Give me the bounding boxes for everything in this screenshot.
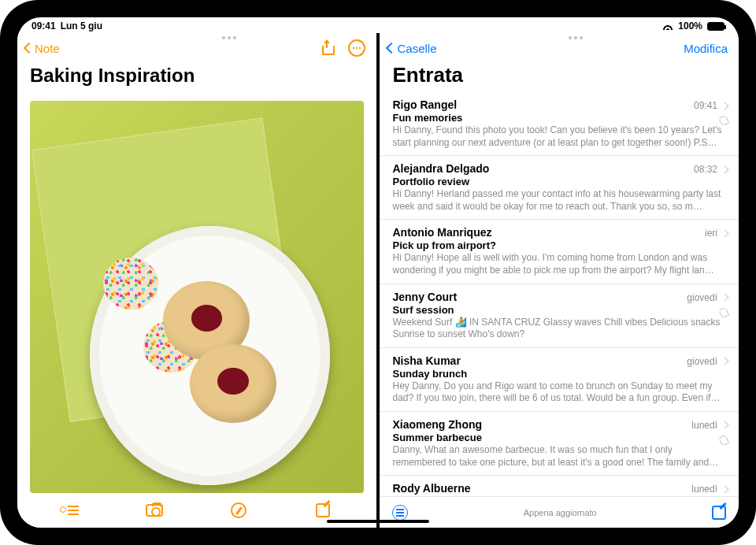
inbox-title: Entrata <box>380 61 739 92</box>
mail-sender: Xiaomeng Zhong <box>392 418 482 431</box>
mail-sender: Rody Albuerne <box>392 482 470 495</box>
mail-sender: Alejandra Delgado <box>392 162 489 175</box>
mail-time: 08:32 <box>694 164 717 175</box>
mail-sender: Jenny Court <box>392 291 457 303</box>
mail-subject: Surf session <box>392 304 728 316</box>
status-bar: 09:41 Lun 5 giu 100% <box>17 17 739 33</box>
mail-item[interactable]: Xiaomeng ZhonglunedìSummer barbecueDanny… <box>380 412 739 476</box>
notes-back-label: Note <box>35 42 60 55</box>
mail-subject: Summer barbecue <box>392 432 728 443</box>
image-cookie-jam <box>190 344 276 423</box>
mail-preview: Hi Danny! Herland passed me your contact… <box>392 188 728 213</box>
mail-app: Caselle Modifica Entrata Rigo Rangel09:4… <box>380 33 739 528</box>
more-button[interactable]: ⋯ <box>348 39 365 57</box>
mail-subject: Pick up from airport? <box>392 239 728 251</box>
mail-sender: Antonio Manriquez <box>392 226 491 239</box>
mailboxes-back-button[interactable]: Caselle <box>387 42 436 55</box>
markup-button[interactable] <box>231 502 246 518</box>
mail-sender: Rigo Rangel <box>392 98 457 111</box>
notes-nav: Note ⋯ <box>17 33 376 61</box>
mail-preview: Weekend Surf 🏄 IN SANTA CRUZ Glassy wave… <box>392 317 728 341</box>
chevron-right-icon <box>721 421 729 429</box>
multitask-dots-left[interactable] <box>222 36 236 39</box>
notes-toolbar <box>17 493 376 528</box>
wifi-icon <box>662 22 673 30</box>
chevron-right-icon <box>721 294 729 302</box>
note-attached-image[interactable] <box>30 101 364 493</box>
new-note-button[interactable] <box>316 503 330 517</box>
mail-preview: Hi Danny, Found this photo you took! Can… <box>392 124 728 149</box>
mail-subject: Portfolio review <box>392 176 728 187</box>
chevron-left-icon <box>386 43 397 54</box>
mail-nav: Caselle Modifica <box>380 33 739 61</box>
mail-status-text: Appena aggiornato <box>524 508 597 517</box>
share-button[interactable] <box>320 41 334 55</box>
mail-time: 09:41 <box>694 100 717 111</box>
multitask-dots-right[interactable] <box>569 36 583 39</box>
mail-toolbar: Appena aggiornato <box>380 496 739 528</box>
chevron-left-icon <box>24 43 35 54</box>
home-indicator[interactable] <box>327 520 429 523</box>
chevron-right-icon <box>721 165 729 173</box>
chevron-right-icon <box>721 358 729 365</box>
split-view: Note ⋯ Baking Inspiration <box>17 33 739 528</box>
mail-item[interactable]: Rigo Rangel09:41Fun memoriesHi Danny, Fo… <box>380 92 739 156</box>
mail-back-label: Caselle <box>397 42 436 55</box>
mail-list[interactable]: Rigo Rangel09:41Fun memoriesHi Danny, Fo… <box>380 92 739 496</box>
screen: 09:41 Lun 5 giu 100% Note <box>17 17 739 528</box>
mail-item[interactable]: Antonio ManriquezieriPick up from airpor… <box>380 220 739 284</box>
mail-sender: Nisha Kumar <box>392 354 460 367</box>
camera-button[interactable] <box>146 504 163 517</box>
mail-subject: Baking workshop <box>392 495 728 496</box>
mail-item[interactable]: Jenny CourtgiovedìSurf sessionWeekend Su… <box>380 284 739 348</box>
status-date: Lun 5 giu <box>61 20 102 32</box>
chevron-right-icon <box>721 485 729 493</box>
status-time: 09:41 <box>32 20 56 32</box>
mail-item[interactable]: Rody AlbuernelunedìBaking workshop <box>380 476 739 496</box>
compose-mail-button[interactable] <box>712 506 726 520</box>
mail-preview: Danny, What an awesome barbecue. It was … <box>392 444 728 469</box>
mail-time: ieri <box>705 228 717 239</box>
battery-icon <box>707 22 724 31</box>
notes-app: Note ⋯ Baking Inspiration <box>17 33 376 528</box>
mail-subject: Sunday brunch <box>392 368 728 380</box>
mail-time: lunedì <box>691 420 717 431</box>
mail-subject: Fun memories <box>392 112 728 124</box>
ipad-frame: 09:41 Lun 5 giu 100% Note <box>0 0 756 545</box>
note-title: Baking Inspiration <box>17 61 376 95</box>
battery-percent: 100% <box>678 20 702 32</box>
mail-item[interactable]: Nisha KumargiovedìSunday brunchHey Danny… <box>380 348 739 412</box>
checklist-button[interactable] <box>61 502 79 519</box>
filter-button[interactable] <box>392 505 408 521</box>
mail-time: lunedì <box>691 484 717 495</box>
notes-back-button[interactable]: Note <box>25 42 60 55</box>
mail-preview: Hi Danny! Hope all is well with you. I'm… <box>392 252 728 276</box>
image-cookie-sprinkle <box>103 258 158 310</box>
chevron-right-icon <box>721 102 729 109</box>
mail-time: giovedì <box>687 356 717 367</box>
mail-edit-button[interactable]: Modifica <box>684 42 728 55</box>
chevron-right-icon <box>721 229 729 237</box>
mail-item[interactable]: Alejandra Delgado08:32Portfolio reviewHi… <box>380 156 739 220</box>
mail-time: giovedì <box>687 292 717 303</box>
mail-preview: Hey Danny, Do you and Rigo want to come … <box>392 380 728 405</box>
